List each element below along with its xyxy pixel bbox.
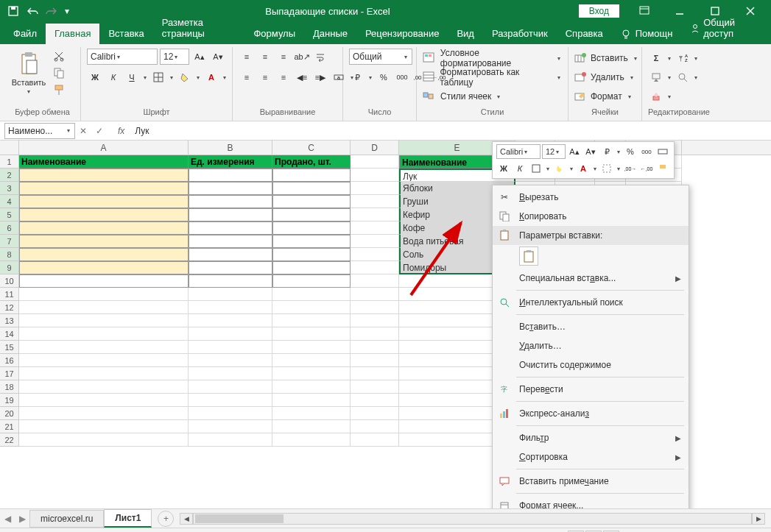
cell-C7[interactable] xyxy=(272,235,351,248)
row-header-6[interactable]: 6 xyxy=(0,221,19,235)
mini-fill-color-icon[interactable] xyxy=(552,161,567,176)
font-size-select[interactable]: 12▾ xyxy=(160,49,189,65)
mini-format-painter-icon[interactable] xyxy=(655,161,670,176)
row-header-16[interactable]: 16 xyxy=(0,354,19,367)
tab-help[interactable]: Справка xyxy=(557,24,612,44)
tab-view[interactable]: Вид xyxy=(448,24,483,44)
align-bottom-icon[interactable]: ≡ xyxy=(275,49,292,65)
cell-D18[interactable] xyxy=(351,380,399,394)
mini-font-color-icon[interactable]: A xyxy=(576,161,591,176)
row-header-10[interactable]: 10 xyxy=(0,274,19,288)
ctx-insert[interactable]: Вставить… xyxy=(493,317,689,336)
cell-B5[interactable] xyxy=(189,208,272,221)
tab-page-layout[interactable]: Разметка страницы xyxy=(153,13,245,44)
underline-button[interactable]: Ч xyxy=(124,69,140,85)
mini-borders2-icon[interactable] xyxy=(599,161,614,176)
tab-data[interactable]: Данные xyxy=(304,24,356,44)
row-header-13[interactable]: 13 xyxy=(0,314,19,327)
cell-A17[interactable] xyxy=(19,367,189,380)
cell-B18[interactable] xyxy=(189,380,272,394)
ribbon-display-options-icon[interactable] xyxy=(628,0,661,22)
cell-B4[interactable] xyxy=(189,195,272,208)
col-header-D[interactable]: D xyxy=(351,141,399,155)
add-sheet-button[interactable]: + xyxy=(158,511,174,527)
align-center-icon[interactable]: ≡ xyxy=(257,69,273,85)
cell-A8[interactable] xyxy=(19,248,189,261)
ctx-quick-analysis[interactable]: Экспресс-анализ xyxy=(493,404,689,423)
row-header-5[interactable]: 5 xyxy=(0,208,19,221)
cell-D1[interactable] xyxy=(351,155,399,169)
cell-D3[interactable] xyxy=(351,182,399,195)
cell-D14[interactable] xyxy=(351,327,399,341)
row-header-4[interactable]: 4 xyxy=(0,195,19,208)
cell-C16[interactable] xyxy=(272,354,351,367)
number-format-select[interactable]: Общий▾ xyxy=(349,49,412,65)
row-header-11[interactable]: 11 xyxy=(0,288,19,301)
tab-review[interactable]: Рецензирование xyxy=(356,24,448,44)
cell-D9[interactable] xyxy=(351,261,399,274)
cell-D22[interactable] xyxy=(351,433,399,447)
find-select-icon[interactable] xyxy=(675,69,691,85)
cell-B19[interactable] xyxy=(189,394,272,407)
cell-C11[interactable] xyxy=(272,288,351,301)
ctx-translate[interactable]: 字Перевести xyxy=(493,380,689,399)
font-color-icon[interactable]: A xyxy=(203,69,219,85)
cell-D4[interactable] xyxy=(351,195,399,208)
cell-A22[interactable] xyxy=(19,433,189,447)
cell-A12[interactable] xyxy=(19,301,189,314)
redo-icon[interactable] xyxy=(46,5,57,17)
delete-cells-button[interactable]: Удалить▾ xyxy=(574,69,635,85)
row-header-8[interactable]: 8 xyxy=(0,248,19,261)
cell-B17[interactable] xyxy=(189,367,272,380)
cell-B15[interactable] xyxy=(189,341,272,354)
ctx-cut[interactable]: ✂Вырезать xyxy=(493,188,689,207)
cell-C12[interactable] xyxy=(272,301,351,314)
sign-in-button[interactable]: Вход xyxy=(579,4,619,18)
cell-D6[interactable] xyxy=(351,221,399,235)
cell-D19[interactable] xyxy=(351,394,399,407)
currency-icon[interactable]: ₽ xyxy=(349,69,365,85)
increase-indent-icon[interactable]: ≡▶ xyxy=(312,69,328,85)
cell-A10[interactable] xyxy=(19,274,189,288)
insert-cells-button[interactable]: Вставить▾ xyxy=(574,50,638,66)
ctx-clear[interactable]: Очистить содержимое xyxy=(493,355,689,375)
cell-B3[interactable] xyxy=(189,182,272,195)
row-header-9[interactable]: 9 xyxy=(0,261,19,274)
align-left-icon[interactable]: ≡ xyxy=(239,69,255,85)
cell-B1[interactable]: Ед. измерения xyxy=(189,155,272,169)
mini-decrease-font-icon[interactable]: A▾ xyxy=(583,144,598,159)
cell-D21[interactable] xyxy=(351,420,399,433)
cell-C9[interactable] xyxy=(272,261,351,274)
wrap-text-icon[interactable] xyxy=(312,49,328,65)
cell-C20[interactable] xyxy=(272,407,351,420)
percent-icon[interactable]: % xyxy=(376,69,392,85)
save-icon[interactable] xyxy=(7,5,19,17)
cell-C2[interactable] xyxy=(272,169,351,182)
italic-button[interactable]: К xyxy=(105,69,122,85)
ctx-filter[interactable]: Фильтр▶ xyxy=(493,428,689,447)
row-header-14[interactable]: 14 xyxy=(0,327,19,341)
increase-font-icon[interactable]: A▴ xyxy=(191,49,208,65)
ctx-insert-comment[interactable]: Вставить примечание xyxy=(493,472,689,491)
col-header-A[interactable]: A xyxy=(19,141,189,155)
ctx-sort[interactable]: Сортировка▶ xyxy=(493,447,689,467)
format-as-table-button[interactable]: Форматировать как таблицу▾ xyxy=(423,69,562,85)
scroll-left-button[interactable]: ◀ xyxy=(180,513,193,525)
cell-C13[interactable] xyxy=(272,314,351,327)
cell-C6[interactable] xyxy=(272,221,351,235)
cell-B7[interactable] xyxy=(189,235,272,248)
cell-B20[interactable] xyxy=(189,407,272,420)
tab-home[interactable]: Главная xyxy=(46,24,99,44)
cell-A7[interactable] xyxy=(19,235,189,248)
cell-D8[interactable] xyxy=(351,248,399,261)
cell-D12[interactable] xyxy=(351,301,399,314)
cell-C18[interactable] xyxy=(272,380,351,394)
sheet-nav-next[interactable]: ▶ xyxy=(15,514,29,524)
row-header-1[interactable]: 1 xyxy=(0,155,19,169)
cell-B13[interactable] xyxy=(189,314,272,327)
row-header-22[interactable]: 22 xyxy=(0,433,19,447)
cell-B14[interactable] xyxy=(189,327,272,341)
font-name-select[interactable]: Calibri▾ xyxy=(87,49,158,65)
ctx-delete[interactable]: Удалить… xyxy=(493,336,689,355)
mini-percent-icon[interactable]: % xyxy=(623,144,638,159)
